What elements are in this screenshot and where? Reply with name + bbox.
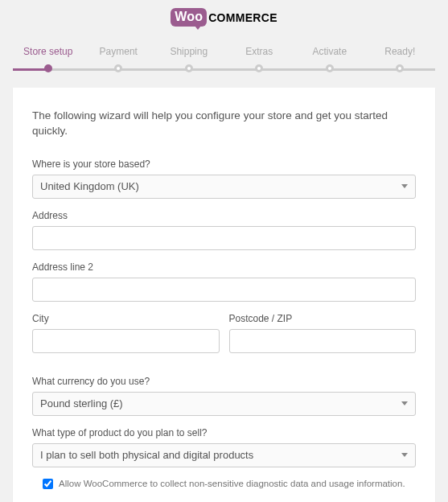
postcode-label: Postcode / ZIP — [229, 313, 417, 324]
store-location-label: Where is your store based? — [32, 158, 416, 170]
field-postcode: Postcode / ZIP — [229, 313, 417, 353]
step-shipping[interactable]: Shipping — [154, 46, 224, 67]
step-dot-icon — [44, 64, 52, 72]
store-location-select[interactable]: United Kingdom (UK) — [32, 175, 416, 199]
field-address2: Address line 2 — [32, 261, 416, 302]
logo-bubble-icon: Woo — [171, 8, 207, 27]
consent-label: Allow WooCommerce to collect non-sensiti… — [59, 479, 405, 488]
logo-text-woo: Woo — [175, 10, 203, 23]
postcode-input[interactable] — [229, 329, 417, 353]
logo-text-commerce: COMMERCE — [208, 11, 277, 24]
woocommerce-logo: Woo COMMERCE — [171, 8, 277, 27]
setup-stepper: Store setup Payment Shipping Extras Acti… — [13, 46, 435, 78]
field-city: City — [32, 313, 220, 353]
step-extras[interactable]: Extras — [224, 46, 295, 67]
chevron-down-icon — [401, 453, 408, 457]
step-dot-icon — [326, 64, 334, 72]
step-activate[interactable]: Activate — [294, 46, 365, 67]
chevron-down-icon — [401, 184, 408, 188]
field-currency: What currency do you use? Pound sterling… — [32, 376, 416, 416]
step-label: Payment — [84, 46, 154, 57]
header-logo-wrap: Woo COMMERCE — [0, 0, 448, 31]
step-dot-icon — [255, 64, 263, 72]
step-ready[interactable]: Ready! — [365, 46, 436, 67]
consent-checkbox[interactable] — [43, 479, 53, 489]
field-address: Address — [32, 210, 416, 250]
step-label: Ready! — [365, 46, 436, 57]
step-dot-icon — [185, 64, 193, 72]
step-label: Shipping — [154, 46, 224, 57]
chevron-down-icon — [401, 401, 408, 405]
intro-text: The following wizard will help you confi… — [32, 109, 416, 139]
setup-card: The following wizard will help you confi… — [13, 88, 435, 502]
step-label: Activate — [294, 46, 365, 57]
step-dot-icon — [396, 64, 404, 72]
step-label: Store setup — [13, 46, 84, 57]
product-type-select[interactable]: I plan to sell both physical and digital… — [32, 443, 416, 467]
city-label: City — [32, 313, 220, 324]
step-dot-icon — [114, 64, 122, 72]
currency-label: What currency do you use? — [32, 376, 416, 387]
address2-input[interactable] — [32, 278, 416, 302]
select-value: I plan to sell both physical and digital… — [40, 449, 253, 461]
address-label: Address — [32, 210, 416, 221]
address2-label: Address line 2 — [32, 261, 416, 273]
consent-row: Allow WooCommerce to collect non-sensiti… — [32, 479, 416, 489]
currency-select[interactable]: Pound sterling (£) — [32, 392, 416, 416]
product-type-label: What type of product do you plan to sell… — [32, 427, 416, 438]
address-input[interactable] — [32, 226, 416, 250]
field-product-type: What type of product do you plan to sell… — [32, 427, 416, 467]
field-store-location: Where is your store based? United Kingdo… — [32, 158, 416, 199]
step-label: Extras — [224, 46, 295, 57]
step-payment[interactable]: Payment — [84, 46, 154, 67]
stepper-track — [13, 68, 435, 71]
city-input[interactable] — [32, 329, 220, 353]
step-store-setup[interactable]: Store setup — [13, 46, 84, 67]
select-value: Pound sterling (£) — [40, 397, 123, 409]
select-value: United Kingdom (UK) — [40, 180, 139, 192]
